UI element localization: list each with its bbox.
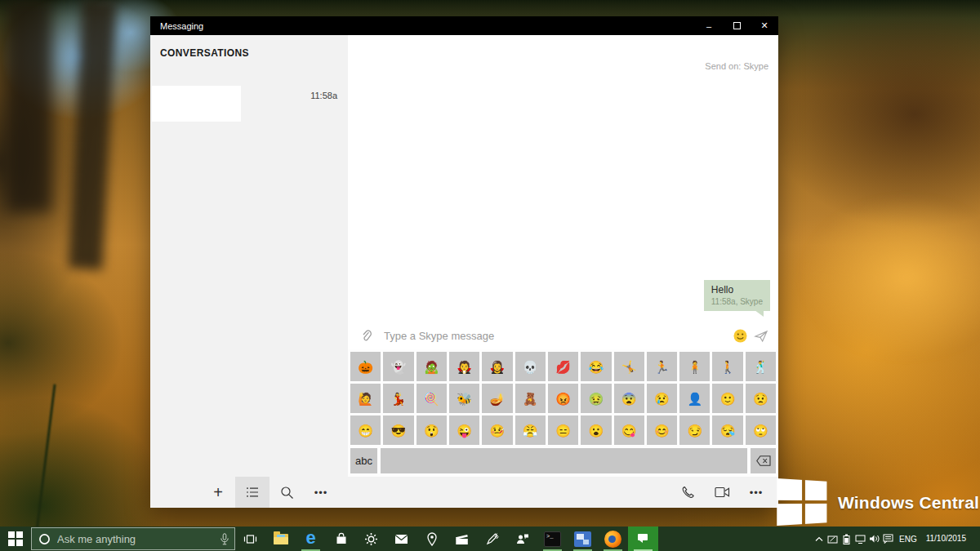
attach-file-button[interactable] [356, 326, 377, 347]
wallpaper-tree-trunk [7, 0, 51, 212]
conversation-list-button[interactable] [235, 477, 270, 508]
minimize-button[interactable]: – [695, 16, 723, 35]
emoji-key[interactable]: 🤸 [614, 352, 644, 381]
backspace-key[interactable] [751, 448, 776, 473]
emoji-key[interactable]: 🙂 [712, 384, 742, 413]
emoji-key[interactable]: 🤢 [581, 384, 611, 413]
message-input[interactable] [384, 330, 729, 342]
emoji-key[interactable]: 🐝 [449, 384, 479, 413]
people-icon [515, 532, 529, 545]
conversation-timestamp: 11:58a [310, 91, 337, 100]
cortana-search-box[interactable] [31, 527, 235, 550]
emoji-key[interactable]: 🚶 [712, 352, 742, 381]
taskbar-edge[interactable]: e [296, 527, 326, 551]
task-view-button[interactable] [235, 527, 265, 551]
send-button[interactable] [751, 326, 772, 347]
emoji-row: 😁😎😲😜🤒😤😑😮😋😊😏😪🙄 [350, 415, 776, 445]
more-call-options-button[interactable]: ••• [739, 477, 773, 508]
emoji-key[interactable]: 🧍 [679, 352, 710, 381]
voice-call-button[interactable] [670, 477, 705, 508]
language-indicator[interactable]: ENG [895, 535, 923, 544]
taskbar-store[interactable] [326, 527, 356, 551]
network-icon[interactable] [853, 535, 867, 544]
emoji-key[interactable]: 😮 [581, 415, 611, 445]
space-key[interactable] [381, 448, 747, 473]
emoji-key[interactable]: 👻 [383, 352, 413, 381]
emoji-key[interactable]: 🍭 [416, 384, 447, 413]
emoji-key[interactable]: 😎 [383, 415, 413, 445]
taskbar-messaging-active[interactable] [628, 527, 658, 551]
volume-icon[interactable] [867, 534, 881, 544]
taskbar-settings[interactable] [356, 527, 386, 551]
emoji-key[interactable]: 😪 [712, 415, 742, 445]
close-button[interactable]: ✕ [751, 16, 778, 35]
emoji-key[interactable]: 😢 [647, 384, 677, 413]
search-button[interactable] [270, 477, 304, 508]
emoji-key[interactable]: 😊 [647, 415, 677, 445]
emoji-key[interactable]: 😑 [548, 415, 578, 445]
emoji-key[interactable]: 😜 [449, 415, 479, 445]
clapperboard-icon [455, 533, 469, 545]
emoji-key[interactable]: 😋 [614, 415, 644, 445]
taskbar-firefox[interactable] [598, 527, 628, 551]
emoji-key[interactable]: 🏃 [647, 352, 677, 381]
tray-pen-icon[interactable] [826, 535, 840, 544]
emoji-key[interactable]: 😨 [614, 384, 644, 413]
more-options-button[interactable]: ••• [304, 477, 338, 508]
emoji-key[interactable]: 🧛 [449, 352, 479, 381]
store-icon [335, 532, 348, 545]
taskbar-file-explorer[interactable] [265, 527, 296, 551]
smiley-icon [733, 328, 748, 344]
emoji-key[interactable]: 🙋 [350, 384, 381, 413]
maximize-icon [733, 22, 741, 29]
emoji-key[interactable]: 😟 [746, 384, 776, 413]
taskbar-movies-tv[interactable] [447, 527, 477, 551]
emoji-key[interactable]: 👤 [679, 384, 710, 413]
app-command-bar: + ••• [150, 477, 778, 508]
abc-key[interactable]: abc [350, 448, 377, 473]
taskbar-people[interactable] [507, 527, 537, 551]
taskbar-command-prompt[interactable]: >_ [537, 527, 568, 551]
taskbar-blue-app[interactable] [568, 527, 598, 551]
sent-message-bubble[interactable]: Hello 11:58a, Skype [704, 280, 770, 311]
emoji-key[interactable]: 💋 [548, 352, 578, 381]
maps-icon [426, 532, 438, 546]
conversation-list-item[interactable]: 11:58a [152, 86, 348, 122]
emoji-key[interactable]: 💀 [515, 352, 546, 381]
emoji-key[interactable]: 😂 [581, 352, 611, 381]
emoji-key[interactable]: 🧸 [515, 384, 546, 413]
emoji-key[interactable]: 🎃 [350, 352, 381, 381]
emoji-key[interactable]: 🙄 [746, 415, 776, 445]
emoji-key[interactable]: 🤒 [482, 415, 512, 445]
action-center-icon[interactable] [881, 534, 895, 544]
windows-central-watermark: Windows Central [777, 480, 979, 524]
window-title: Messaging [150, 21, 695, 31]
emoji-key[interactable]: 😁 [350, 415, 381, 445]
send-on-label[interactable]: Send on: Skype [705, 61, 768, 71]
emoji-key[interactable]: 🕺 [746, 352, 776, 381]
emoji-key[interactable]: 💃 [383, 384, 413, 413]
taskbar-maps[interactable] [416, 527, 447, 551]
maximize-button[interactable] [723, 16, 751, 35]
video-call-button[interactable] [705, 477, 739, 508]
new-conversation-button[interactable]: + [201, 477, 235, 508]
emoji-key[interactable]: 🪔 [482, 384, 512, 413]
emoji-picker-button[interactable] [729, 326, 751, 347]
cortana-search-input[interactable] [57, 533, 220, 545]
hidden-icons-button[interactable] [812, 536, 826, 542]
microphone-icon[interactable] [220, 533, 229, 545]
emoji-key[interactable]: 😤 [515, 415, 546, 445]
taskbar-clock[interactable]: 11/10/2015 [923, 534, 973, 544]
taskbar-feedback[interactable] [477, 527, 507, 551]
search-icon [280, 486, 294, 500]
emoji-key[interactable]: 🧟 [416, 352, 447, 381]
chat-message-area: Send on: Skype Hello 11:58a, Skype [348, 35, 778, 322]
emoji-key[interactable]: 🧛‍♀️ [482, 352, 512, 381]
emoji-key[interactable]: 😲 [416, 415, 447, 445]
start-button[interactable] [0, 527, 31, 551]
emoji-key[interactable]: 😡 [548, 384, 578, 413]
taskbar-mail[interactable] [386, 527, 416, 551]
emoji-key[interactable]: 😏 [679, 415, 710, 445]
title-bar[interactable]: Messaging – ✕ [150, 16, 778, 35]
battery-icon[interactable] [840, 534, 853, 544]
